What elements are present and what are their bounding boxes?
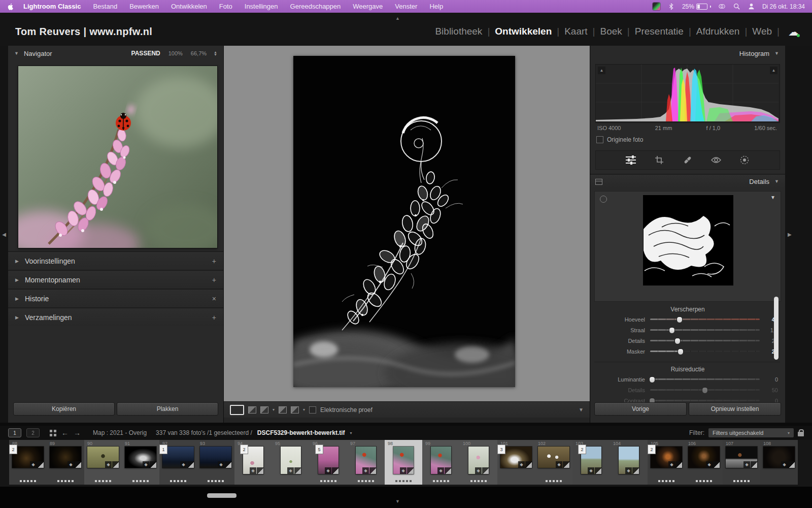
highlight-clipping-icon[interactable]: ▲	[770, 67, 777, 74]
star-rating[interactable]	[395, 480, 412, 482]
develop-settings-badge-icon[interactable]: ◆	[180, 461, 187, 468]
star-dot[interactable]	[672, 480, 674, 482]
crop-badge-icon[interactable]	[332, 467, 339, 474]
star-dot[interactable]	[136, 480, 138, 482]
star-dot[interactable]	[361, 480, 363, 482]
thumbnail-photo[interactable]: 1◆	[162, 447, 194, 468]
loupe-view-icon[interactable]	[230, 405, 244, 415]
detail-preview-thumbnail[interactable]	[644, 196, 733, 285]
star-dot[interactable]	[470, 480, 472, 482]
section-expand-icon[interactable]: ▶	[15, 277, 19, 282]
reset-button[interactable]: Opnieuw instellen	[689, 402, 781, 416]
star-dot[interactable]	[57, 480, 59, 482]
crop-tool-icon[interactable]	[653, 154, 665, 166]
slider-track[interactable]	[650, 378, 760, 380]
filmstrip-thumbnail[interactable]: 1052◆	[648, 440, 685, 485]
edit-sliders-icon[interactable]	[625, 154, 637, 166]
collapse-right-panel-arrow[interactable]: ▶	[785, 46, 812, 423]
filmstrip-thumbnail[interactable]: 99◆	[422, 440, 460, 485]
star-dot[interactable]	[208, 480, 210, 482]
star-rating[interactable]	[546, 480, 562, 482]
right-panel-scrollbar[interactable]	[774, 297, 779, 360]
battery-indicator[interactable]: 25%	[682, 3, 711, 10]
star-rating[interactable]	[696, 480, 712, 482]
star-dot[interactable]	[447, 480, 449, 482]
section-expand-icon[interactable]: ▶	[15, 296, 19, 301]
star-dot[interactable]	[109, 480, 111, 482]
menu-item-gereedschappen[interactable]: Gereedschappen	[290, 3, 341, 10]
star-dot[interactable]	[64, 480, 66, 482]
develop-settings-badge-icon[interactable]: ◆	[588, 467, 594, 474]
module-boek[interactable]: Boek	[600, 26, 622, 37]
crop-badge-icon[interactable]	[563, 461, 569, 468]
navigator-header[interactable]: ▼ Navigator PASSEND 100% 66,7% ▲▼	[8, 46, 223, 61]
star-dot[interactable]	[98, 480, 100, 482]
thumbnail-photo[interactable]: ◆	[200, 447, 231, 468]
filmstrip-thumbnail[interactable]: 1032◆	[572, 440, 610, 485]
star-dot[interactable]	[662, 480, 664, 482]
navigator-fit-option[interactable]: PASSEND	[131, 50, 160, 57]
star-dot[interactable]	[215, 480, 217, 482]
shadow-clipping-icon[interactable]: ▲	[598, 67, 605, 74]
star-dot[interactable]	[30, 480, 32, 482]
develop-settings-badge-icon[interactable]: ◆	[781, 461, 788, 468]
develop-settings-badge-icon[interactable]: ◆	[706, 461, 713, 468]
star-dot[interactable]	[740, 480, 742, 482]
crop-badge-icon[interactable]	[75, 461, 81, 468]
filmstrip-source[interactable]: Map : 2021 - Overig	[93, 429, 147, 436]
star-rating[interactable]	[358, 480, 374, 482]
develop-settings-badge-icon[interactable]: ◆	[362, 467, 369, 474]
star-dot[interactable]	[737, 480, 739, 482]
star-dot[interactable]	[474, 480, 476, 482]
star-dot[interactable]	[748, 480, 750, 482]
star-rating[interactable]	[170, 480, 186, 482]
filmstrip-thumbnail[interactable]: 97◆	[347, 440, 385, 485]
crop-badge-icon[interactable]	[369, 467, 376, 474]
star-dot[interactable]	[177, 480, 179, 482]
star-dot[interactable]	[27, 480, 29, 482]
go-back-arrow-icon[interactable]: ←	[61, 429, 69, 437]
module-kaart[interactable]: Kaart	[564, 26, 587, 37]
menu-item-help[interactable]: Help	[429, 3, 443, 10]
thumbnail-photo[interactable]: 2◆	[651, 447, 682, 468]
star-dot[interactable]	[34, 480, 36, 482]
thumbnail-photo[interactable]: ◆	[619, 447, 639, 474]
copy-button[interactable]: Kopiëren	[13, 402, 115, 416]
star-dot[interactable]	[368, 480, 370, 482]
star-dot[interactable]	[106, 480, 108, 482]
develop-settings-badge-icon[interactable]: ◆	[743, 461, 750, 468]
slider-thumb[interactable]	[674, 338, 681, 344]
filmstrip-thumbnail[interactable]: 95◆	[272, 440, 310, 485]
develop-settings-badge-icon[interactable]: ◆	[287, 467, 294, 474]
filmstrip-thumbnail-selected[interactable]: 98◆	[385, 440, 422, 485]
star-dot[interactable]	[23, 480, 25, 482]
filmstrip-thumbnail[interactable]: 91◆	[122, 440, 159, 485]
thumbnail-photo[interactable]: ◆	[125, 447, 156, 468]
thumbnail-photo[interactable]: ◆	[688, 447, 720, 468]
crop-badge-icon[interactable]	[482, 467, 489, 474]
menu-item-app[interactable]: Lightroom Classic	[23, 3, 81, 10]
menu-item-weergave[interactable]: Weergave	[353, 3, 383, 10]
sync-icon[interactable]	[718, 3, 726, 10]
star-rating[interactable]	[208, 480, 224, 482]
star-dot[interactable]	[546, 480, 548, 482]
menu-item-instellingen[interactable]: Instellingen	[245, 3, 278, 10]
before-after-icon[interactable]	[279, 406, 287, 414]
navigator-collapse-icon[interactable]: ▼	[14, 51, 19, 56]
develop-settings-badge-icon[interactable]: ◆	[105, 461, 112, 468]
grid-view-icon[interactable]	[50, 430, 56, 436]
main-window-button[interactable]: 1	[8, 428, 21, 437]
crop-badge-icon[interactable]	[713, 461, 720, 468]
panel-section-voorinstellingen[interactable]: ▶Voorinstellingen+	[8, 251, 223, 270]
details-switch-icon[interactable]	[595, 179, 602, 185]
crop-badge-icon[interactable]	[675, 461, 682, 468]
star-dot[interactable]	[218, 480, 220, 482]
detail-zoom-target-icon[interactable]	[600, 196, 607, 203]
filmstrip-filename[interactable]: DSCF5329-bewerkt-bewerkt.tif	[257, 429, 345, 436]
develop-settings-badge-icon[interactable]: ◆	[556, 461, 562, 468]
details-collapse-icon[interactable]: ▼	[774, 179, 779, 184]
slider-track[interactable]	[650, 400, 760, 401]
healing-tool-icon[interactable]	[682, 154, 694, 166]
histogram-box[interactable]: ▲ ▲	[595, 64, 780, 123]
previous-button[interactable]: Vorige	[594, 402, 687, 416]
